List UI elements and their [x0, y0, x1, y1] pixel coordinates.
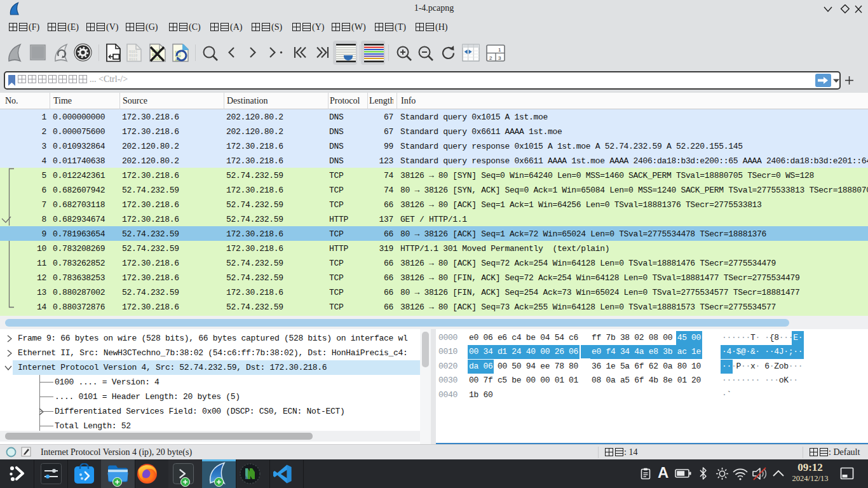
svg-text:0111: 0111	[129, 57, 138, 62]
svg-text:2: 2	[489, 55, 492, 61]
svg-text:3: 3	[498, 55, 501, 61]
svg-text:1: 1	[498, 47, 501, 53]
